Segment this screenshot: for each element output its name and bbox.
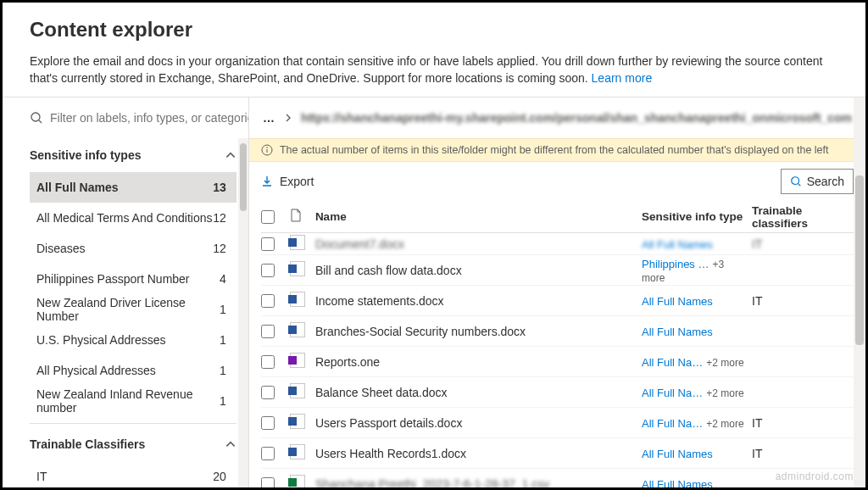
breadcrumb-overflow[interactable]: … (263, 111, 275, 125)
sidebar-item[interactable]: All Full Names13 (30, 172, 236, 203)
sidebar-item-label: New Zealand Inland Revenue number (36, 387, 220, 415)
main-scrollbar[interactable] (854, 97, 865, 487)
trainable-classifier: IT (752, 294, 762, 308)
table-row[interactable]: Users Passport details.docxAll Full Na…+… (261, 408, 854, 438)
sidebar-item[interactable]: U.S. Physical Addresses1 (30, 325, 236, 355)
col-name[interactable]: Name (315, 210, 642, 223)
sidebar-item-label: Diseases (36, 242, 86, 255)
docx-file-icon (290, 235, 305, 250)
trainable-classifier: IT (752, 416, 762, 430)
table-row[interactable]: Bill and cash flow data.docxPhilippines … (261, 255, 854, 286)
export-button[interactable]: Export (261, 175, 314, 188)
chevron-right-icon (284, 114, 292, 122)
row-checkbox[interactable] (261, 264, 275, 277)
docx-file-icon (290, 322, 305, 337)
sidebar-item-count: 1 (220, 303, 226, 316)
sidebar-item[interactable]: All Physical Addresses1 (30, 355, 236, 386)
col-sensitive-info-type[interactable]: Sensitive info type (642, 210, 752, 223)
row-checkbox[interactable] (261, 325, 275, 338)
sidebar-item-label: Philippines Passport Number (36, 272, 190, 286)
sidebar-item-label: U.S. Physical Addresses (36, 333, 166, 347)
file-name: Bill and cash flow data.docx (315, 264, 462, 277)
table-row[interactable]: Users Health Records1.docxAll Full Names… (261, 438, 854, 469)
sidebar-item[interactable]: New Zealand Inland Revenue number1 (30, 386, 236, 416)
row-checkbox[interactable] (261, 447, 275, 460)
svg-point-0 (31, 113, 40, 121)
sidebar-item-label: All Medical Terms And Conditions (36, 211, 213, 225)
row-checkbox[interactable] (261, 294, 275, 308)
section-sensitive-info-types[interactable]: Sensitive info types (30, 138, 236, 172)
sidebar-item-label: New Zealand Driver License Number (36, 296, 220, 323)
row-checkbox[interactable] (261, 416, 275, 430)
sensitive-info-link[interactable]: All Full Names (642, 478, 713, 487)
sensitive-info-link[interactable]: All Full Names (642, 448, 713, 460)
one-file-icon (290, 353, 305, 368)
filter-input[interactable] (50, 111, 248, 125)
row-checkbox[interactable] (261, 355, 275, 369)
chevron-up-icon (225, 149, 236, 161)
table-row[interactable]: Balance Sheet data.docxAll Full Na…+2 mo… (261, 377, 854, 408)
page-description: Explore the email and docs in your organ… (30, 53, 838, 86)
sidebar-item-count: 13 (213, 181, 226, 194)
table-row[interactable]: Shanchana Preethi_2023-7-6-1-28-37_1.csv… (261, 469, 854, 487)
sensitive-info-link[interactable]: Philippines … (642, 258, 709, 270)
sidebar-item-label: All Full Names (36, 181, 118, 194)
row-checkbox[interactable] (261, 237, 275, 251)
search-button[interactable]: Search (781, 169, 854, 194)
col-trainable-classifiers[interactable]: Trainable classifiers (752, 204, 854, 230)
file-name: Reports.one (315, 355, 380, 369)
sensitive-info-link[interactable]: All Full Names (642, 326, 713, 338)
more-count: +2 more (706, 357, 743, 369)
learn-more-link[interactable]: Learn more (592, 71, 653, 85)
sidebar-item-count: 1 (220, 364, 226, 377)
trainable-classifier: IT (752, 447, 762, 460)
docx-file-icon (290, 444, 305, 459)
file-name: Balance Sheet data.docx (315, 386, 448, 399)
sidebar-item-count: 1 (220, 333, 226, 347)
trainable-classifier: IT (752, 237, 762, 251)
select-all-checkbox[interactable] (261, 210, 275, 224)
sidebar-item-count: 4 (220, 272, 226, 286)
row-checkbox[interactable] (261, 477, 275, 487)
file-name: Document7.docx (315, 237, 404, 251)
svg-point-4 (266, 147, 268, 148)
table-row[interactable]: Document7.docxAll Full NamesIT (261, 233, 854, 255)
csv-file-icon (290, 475, 305, 487)
sidebar-item-count: 1 (220, 394, 226, 408)
section-trainable-classifiers[interactable]: Trainable Classifiers (30, 427, 236, 461)
info-icon (261, 144, 273, 156)
table-row[interactable]: Income statements.docxAll Full NamesIT (261, 286, 854, 316)
more-count: +2 more (706, 387, 743, 399)
row-checkbox[interactable] (261, 386, 275, 399)
sensitive-info-link[interactable]: All Full Names (642, 295, 713, 308)
download-icon (261, 175, 273, 187)
filter-row[interactable] (30, 97, 248, 138)
docx-file-icon (290, 292, 305, 307)
file-name: Shanchana Preethi_2023-7-6-1-28-37_1.csv (315, 477, 549, 487)
sidebar-item[interactable]: IT20 (30, 461, 236, 487)
sensitive-info-link[interactable]: All Full Na… (642, 417, 703, 430)
breadcrumb: … https://shanchanapreethi-my.sharepoint… (249, 97, 865, 138)
sidebar-item[interactable]: Diseases12 (30, 233, 236, 264)
breadcrumb-url[interactable]: https://shanchanapreethi-my.sharepoint.c… (301, 111, 852, 125)
sidebar-item[interactable]: Philippines Passport Number4 (30, 264, 236, 294)
sidebar-item[interactable]: New Zealand Driver License Number1 (30, 294, 236, 325)
toolbar: Export Search (249, 162, 865, 201)
page-title: Content explorer (30, 18, 838, 42)
sensitive-info-link[interactable]: All Full Na… (642, 387, 703, 399)
info-banner: The actual number of items in this site/… (249, 138, 865, 162)
main-panel: … https://shanchanapreethi-my.sharepoint… (249, 97, 865, 487)
file-name: Users Passport details.docx (315, 416, 463, 430)
table-row[interactable]: Reports.oneAll Full Na…+2 more (261, 347, 854, 377)
sidebar-item-count: 20 (213, 470, 226, 483)
svg-line-1 (39, 120, 42, 123)
sidebar-scrollbar[interactable] (238, 138, 248, 487)
sidebar-item[interactable]: All Medical Terms And Conditions12 (30, 203, 236, 233)
sidebar-item-label: IT (36, 470, 47, 483)
sensitive-info-link[interactable]: All Full Names (642, 238, 713, 251)
docx-file-icon (290, 414, 305, 429)
table-row[interactable]: Branches-Social Security numbers.docxAll… (261, 316, 854, 347)
sensitive-info-link[interactable]: All Full Na… (642, 356, 703, 369)
sidebar-item-label: All Physical Addresses (36, 364, 156, 377)
search-icon (790, 175, 802, 187)
